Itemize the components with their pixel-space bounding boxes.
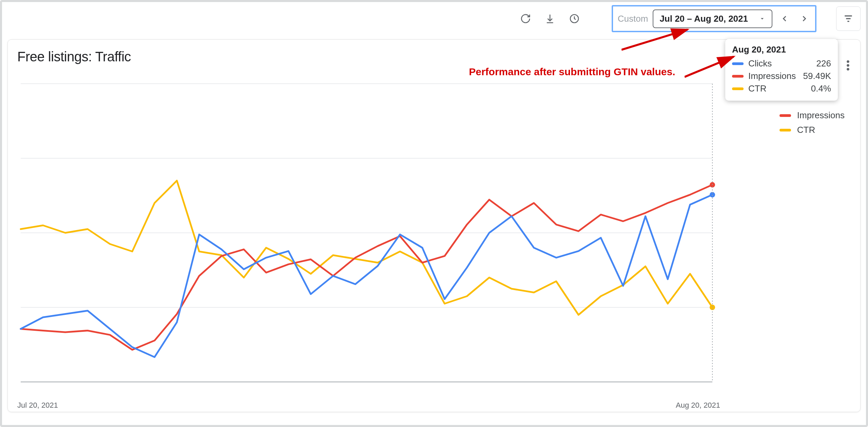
tooltip-label: Impressions xyxy=(748,71,798,81)
prev-period-button[interactable] xyxy=(777,11,792,26)
chart-plot xyxy=(17,80,716,395)
svg-line-14 xyxy=(622,29,688,50)
tooltip-label: Clicks xyxy=(748,58,812,69)
legend-label: CTR xyxy=(797,125,815,135)
tooltip-row-impressions: Impressions 59.49K xyxy=(732,71,831,81)
chart-tooltip: Aug 20, 2021 Clicks 226 Impressions 59.4… xyxy=(725,39,838,101)
date-range-picker[interactable]: Jul 20 – Aug 20, 2021 xyxy=(653,9,772,28)
download-icon[interactable] xyxy=(542,11,557,26)
tooltip-value: 59.49K xyxy=(803,71,831,81)
tooltip-value: 0.4% xyxy=(811,83,831,94)
legend-swatch-yellow xyxy=(780,129,791,131)
card-menu-button[interactable] xyxy=(841,58,855,73)
filter-icon xyxy=(843,13,854,24)
next-period-button[interactable] xyxy=(797,11,812,26)
tooltip-label: CTR xyxy=(748,83,806,94)
legend-item-impressions[interactable]: Impressions xyxy=(780,110,845,121)
chart-legend: Impressions CTR xyxy=(780,110,845,139)
top-toolbar: Custom Jul 20 – Aug 20, 2021 xyxy=(7,7,861,30)
legend-item-ctr[interactable]: CTR xyxy=(780,125,845,135)
tooltip-row-ctr: CTR 0.4% xyxy=(732,83,831,94)
annotation-arrow-icon xyxy=(685,53,739,80)
svg-point-2 xyxy=(847,64,849,67)
x-axis-start-label: Jul 20, 2021 xyxy=(17,401,58,410)
date-range-text: Jul 20 – Aug 20, 2021 xyxy=(659,14,748,24)
history-icon[interactable] xyxy=(567,11,582,26)
annotation-arrow-icon xyxy=(622,26,693,53)
x-axis-end-label: Aug 20, 2021 xyxy=(676,401,720,410)
legend-swatch-red xyxy=(780,114,791,117)
refresh-icon[interactable] xyxy=(518,11,533,26)
svg-line-15 xyxy=(685,57,734,77)
tooltip-value: 226 xyxy=(816,58,831,69)
app-frame: Custom Jul 20 – Aug 20, 2021 Free listin… xyxy=(0,0,868,427)
svg-point-1 xyxy=(847,60,849,63)
date-range-mode-label: Custom xyxy=(618,14,648,24)
filter-button[interactable] xyxy=(836,6,861,31)
traffic-card: Free listings: Traffic Jul 20, 2021 Aug … xyxy=(7,39,861,412)
tooltip-row-clicks: Clicks 226 xyxy=(732,58,831,69)
tooltip-swatch-yellow xyxy=(732,87,744,90)
legend-label: Impressions xyxy=(797,110,845,121)
tooltip-date: Aug 20, 2021 xyxy=(732,44,831,55)
chevron-down-icon xyxy=(759,15,766,22)
annotation-text: Performance after submitting GTIN values… xyxy=(469,66,675,78)
svg-point-3 xyxy=(847,68,849,71)
kebab-icon xyxy=(847,60,849,70)
